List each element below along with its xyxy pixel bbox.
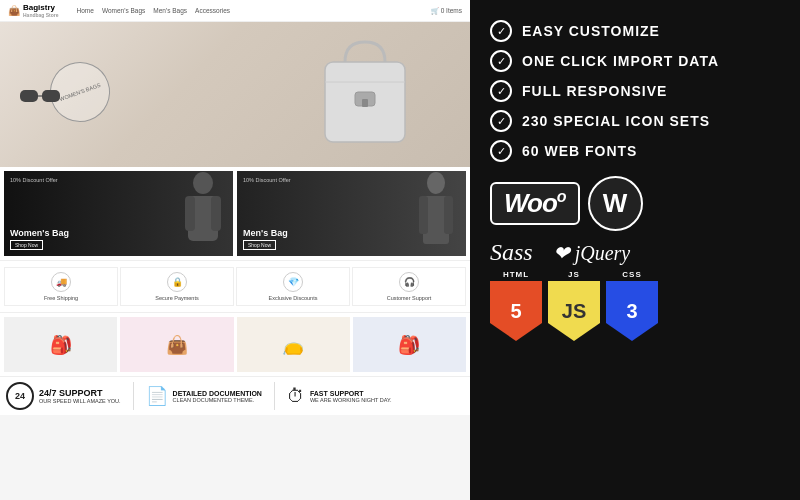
- promo-womens-text: 10% Discount Offer Women's Bag Shop Now: [10, 228, 69, 250]
- nav-womens[interactable]: Women's Bags: [102, 7, 145, 14]
- preview-products: 🎒 👜 👝 🎒: [0, 313, 470, 376]
- preview-bottom: 24 24/7 SUPPORT OUR SPEED WILL AMAZE YOU…: [0, 376, 470, 415]
- preview-nav: Home Women's Bags Men's Bags Accessories: [77, 7, 231, 14]
- promo-womens-btn[interactable]: Shop Now: [10, 240, 43, 250]
- product-thumb-3: 👝: [237, 317, 350, 372]
- nav-home[interactable]: Home: [77, 7, 94, 14]
- promo-box-mens: 10% Discount Offer Men's Bag Shop Now: [237, 171, 466, 256]
- tech-logos: Wooo W: [490, 176, 780, 231]
- product-thumb-4: 🎒: [353, 317, 466, 372]
- promo-man-svg: [411, 171, 461, 256]
- feature-responsive: ✓ FULL RESPONSIVE: [490, 80, 780, 102]
- promo-mens-btn[interactable]: Shop Now: [243, 240, 276, 250]
- hero-bag-svg: [300, 27, 430, 162]
- support-247: 24 24/7 SUPPORT OUR SPEED WILL AMAZE YOU…: [6, 382, 121, 410]
- feature-label-5: 60 WEB FONTS: [522, 143, 637, 159]
- bag-icon: 👜: [8, 5, 20, 16]
- check-icon-1: ✓: [490, 20, 512, 42]
- promo-box-womens: 10% Discount Offer Women's Bag Shop Now: [4, 171, 233, 256]
- nav-accessories[interactable]: Accessories: [195, 7, 230, 14]
- svg-rect-5: [42, 90, 60, 102]
- right-panel: ✓ EASY CUSTOMIZE ✓ ONE CLICK IMPORT DATA…: [470, 0, 800, 500]
- sass-jquery-row: Sass ❤ jQuery: [490, 239, 780, 266]
- svg-rect-2: [362, 99, 368, 107]
- left-panel: 👜 Bagistry Handbag Store Home Women's Ba…: [0, 0, 470, 500]
- svg-point-11: [427, 172, 445, 194]
- svg-rect-9: [185, 196, 195, 231]
- check-icon-4: ✓: [490, 110, 512, 132]
- sass-logo: Sass: [490, 239, 533, 266]
- feature-free-shipping: 🚚 Free Shipping: [4, 267, 118, 306]
- doc-icon: 📄: [146, 385, 168, 407]
- feature-secure-payments: 🔒 Secure Payments: [120, 267, 234, 306]
- preview-cart[interactable]: 🛒 0 Items: [431, 7, 462, 15]
- shipping-icon: 🚚: [51, 272, 71, 292]
- promo-person-svg: [178, 171, 228, 256]
- feature-label-4: 230 SPECIAL ICON SETS: [522, 113, 710, 129]
- feature-label-2: ONE CLICK IMPORT DATA: [522, 53, 719, 69]
- preview-logo: 👜 Bagistry Handbag Store: [8, 3, 59, 18]
- js-shield: JS: [548, 281, 600, 341]
- svg-rect-4: [20, 90, 38, 102]
- hero-sunglasses-svg: [20, 87, 65, 107]
- html5-shield: 5: [490, 281, 542, 341]
- svg-rect-10: [211, 196, 221, 231]
- divider-2: [274, 382, 275, 410]
- tech-badges-row: HTML 5 JS JS CSS 3: [490, 270, 780, 341]
- logo-sub: Handbag Store: [23, 12, 59, 18]
- product-thumb-1: 🎒: [4, 317, 117, 372]
- check-icon-3: ✓: [490, 80, 512, 102]
- detailed-doc: 📄 DETAILED DOCUMENTION CLEAN DOCUMENTED …: [146, 385, 262, 407]
- css3-badge-block: CSS 3: [606, 270, 658, 341]
- clock-icon: ⏱: [287, 386, 305, 407]
- check-icon-5: ✓: [490, 140, 512, 162]
- feature-exclusive-discounts: 💎 Exclusive Discounts: [236, 267, 350, 306]
- wp-logo: W: [588, 176, 643, 231]
- preview-hero: WOMEN'S BAGS: [0, 22, 470, 167]
- logo-name: Bagistry: [23, 3, 59, 12]
- feature-easy-customize: ✓ EASY CUSTOMIZE: [490, 20, 780, 42]
- divider-1: [133, 382, 134, 410]
- check-icon-2: ✓: [490, 50, 512, 72]
- nav-mens[interactable]: Men's Bags: [153, 7, 187, 14]
- woo-logo: Wooo: [490, 182, 580, 225]
- css3-shield: 3: [606, 281, 658, 341]
- fast-support: ⏱ FAST SUPPORT WE ARE WORKING NIGHT DAY.: [287, 386, 392, 407]
- svg-rect-13: [419, 196, 428, 234]
- logo-text-block: Bagistry Handbag Store: [23, 3, 59, 18]
- svg-point-7: [193, 172, 213, 194]
- fast-support-text: FAST SUPPORT WE ARE WORKING NIGHT DAY.: [310, 390, 392, 403]
- preview-promos: 10% Discount Offer Women's Bag Shop Now …: [0, 167, 470, 260]
- site-preview: 👜 Bagistry Handbag Store Home Women's Ba…: [0, 0, 470, 500]
- feature-customer-support: 🎧 Customer Support: [352, 267, 466, 306]
- jquery-logo: ❤ jQuery: [553, 241, 631, 265]
- product-thumb-2: 👜: [120, 317, 233, 372]
- feature-web-fonts: ✓ 60 WEB FONTS: [490, 140, 780, 162]
- support-247-text: 24/7 SUPPORT OUR SPEED WILL AMAZE YOU.: [39, 388, 121, 404]
- feature-label-1: EASY CUSTOMIZE: [522, 23, 660, 39]
- promo-mens-text: 10% Discount Offer Men's Bag Shop Now: [243, 228, 288, 250]
- preview-header: 👜 Bagistry Handbag Store Home Women's Ba…: [0, 0, 470, 22]
- feature-label-3: FULL RESPONSIVE: [522, 83, 667, 99]
- support-icon: 🎧: [399, 272, 419, 292]
- support-24-circle: 24: [6, 382, 34, 410]
- doc-text: DETAILED DOCUMENTION CLEAN DOCUMENTED TH…: [173, 390, 262, 403]
- html5-badge-block: HTML 5: [490, 270, 542, 341]
- preview-features: 🚚 Free Shipping 🔒 Secure Payments 💎 Excl…: [0, 260, 470, 313]
- discount-icon: 💎: [283, 272, 303, 292]
- secure-icon: 🔒: [167, 272, 187, 292]
- svg-rect-14: [444, 196, 453, 234]
- js-badge-block: JS JS: [548, 270, 600, 341]
- feature-one-click: ✓ ONE CLICK IMPORT DATA: [490, 50, 780, 72]
- feature-icon-sets: ✓ 230 SPECIAL ICON SETS: [490, 110, 780, 132]
